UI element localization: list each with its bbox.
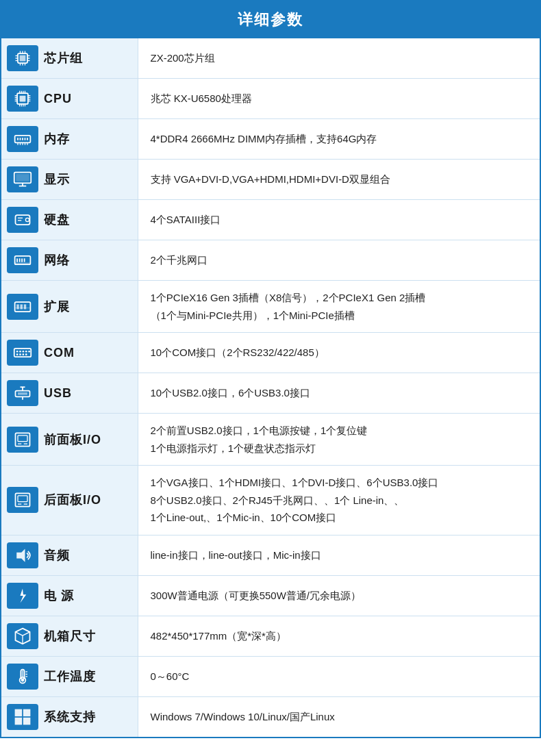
spec-row-temperature: 工作温度0～60°C	[1, 656, 540, 696]
label-cell-network: 网络	[1, 240, 138, 281]
label-cell-display: 显示	[1, 160, 138, 200]
svg-point-64	[19, 351, 21, 353]
label-text-rear-panel: 后面板I/O	[44, 492, 101, 508]
svg-marker-85	[16, 549, 25, 562]
spec-row-power: 电 源300W普通电源（可更换550W普通/冗余电源）	[1, 575, 540, 616]
label-cell-memory: 内存	[1, 119, 138, 160]
spec-row-memory: 内存4*DDR4 2666MHz DIMM内存插槽，支持64G内存	[1, 119, 540, 160]
audio-icon	[7, 542, 38, 568]
spec-row-usb: USB10个USB2.0接口，6个USB3.0接口	[1, 373, 540, 414]
label-cell-front-panel: 前面板I/O	[1, 414, 138, 466]
spec-row-rear-panel: 后面板I/O1个VGA接口、1个HDMI接口、1个DVI-D接口、6个USB3.…	[1, 466, 540, 536]
svg-rect-78	[18, 435, 27, 441]
svg-point-67	[28, 351, 30, 353]
svg-rect-97	[15, 709, 23, 716]
svg-rect-100	[23, 717, 31, 724]
value-cell-power: 300W普通电源（可更换550W普通/冗余电源）	[138, 575, 540, 616]
spec-row-com: COM10个COM接口（2个RS232/422/485）	[1, 333, 540, 373]
label-text-display: 显示	[44, 171, 70, 188]
label-text-power: 电 源	[44, 588, 74, 604]
spec-row-expansion: 扩展1个PCIeX16 Gen 3插槽（X8信号），2个PCIeX1 Gen 2…	[1, 281, 540, 333]
label-cell-power: 电 源	[1, 575, 138, 616]
svg-point-66	[25, 351, 27, 353]
svg-rect-36	[25, 138, 26, 140]
svg-point-68	[16, 353, 18, 355]
svg-point-63	[16, 351, 18, 353]
label-text-network: 网络	[44, 252, 70, 268]
label-text-usb: USB	[44, 386, 72, 401]
cpu-icon	[7, 86, 38, 112]
value-cell-expansion: 1个PCIeX16 Gen 3插槽（X8信号），2个PCIeX1 Gen 2插槽…	[138, 281, 540, 333]
svg-point-93	[21, 679, 24, 681]
expansion-icon	[7, 294, 38, 320]
svg-rect-91	[22, 670, 24, 677]
svg-rect-15	[20, 96, 26, 102]
value-cell-os: Windows 7/Windows 10/Linux/国产Linux	[138, 696, 540, 738]
svg-point-70	[23, 353, 25, 355]
network-icon	[7, 247, 38, 273]
spec-row-display: 显示支持 VGA+DVI-D,VGA+HDMI,HDMI+DVI-D双显组合	[1, 160, 540, 200]
svg-rect-35	[22, 138, 23, 140]
os-icon	[7, 704, 38, 730]
label-cell-com: COM	[1, 333, 138, 373]
label-text-os: 系统支持	[44, 709, 96, 725]
com-icon	[7, 340, 38, 366]
label-text-harddisk: 硬盘	[44, 212, 70, 228]
label-text-front-panel: 前面板I/O	[44, 431, 101, 448]
svg-point-65	[23, 351, 25, 353]
label-text-temperature: 工作温度	[44, 668, 96, 685]
usb-icon	[7, 380, 38, 406]
svg-point-71	[25, 353, 27, 355]
value-cell-front-panel: 2个前置USB2.0接口，1个电源按键，1个复位键1个电源指示灯，1个硬盘状态指…	[138, 414, 540, 466]
svg-rect-56	[15, 263, 31, 265]
label-cell-os: 系统支持	[1, 696, 138, 738]
svg-rect-47	[16, 215, 30, 225]
svg-line-87	[16, 631, 23, 635]
label-text-expansion: 扩展	[44, 299, 70, 315]
label-cell-cpu: CPU	[1, 79, 138, 119]
label-text-com: COM	[44, 346, 75, 360]
value-cell-display: 支持 VGA+DVI-D,VGA+HDMI,HDMI+DVI-D双显组合	[138, 160, 540, 200]
svg-rect-33	[17, 138, 18, 140]
label-cell-usb: USB	[1, 373, 138, 414]
value-cell-com: 10个COM接口（2个RS232/422/485）	[138, 333, 540, 373]
label-cell-chipset: 芯片组	[1, 38, 138, 79]
svg-rect-37	[27, 138, 28, 140]
svg-line-88	[23, 631, 30, 635]
spec-row-chipset: 芯片组ZX-200芯片组	[1, 38, 540, 79]
spec-row-cpu: CPU兆芯 KX-U6580处理器	[1, 79, 540, 119]
label-cell-chassis: 机箱尺寸	[1, 616, 138, 656]
label-text-memory: 内存	[44, 131, 70, 147]
value-cell-network: 2个千兆网口	[138, 240, 540, 281]
display-icon	[7, 166, 38, 192]
svg-rect-62	[14, 349, 32, 357]
title-row: 详细参数	[1, 1, 540, 38]
svg-point-69	[19, 353, 21, 355]
rearpanel-icon	[7, 487, 38, 513]
svg-rect-34	[20, 138, 21, 140]
value-cell-audio: line-in接口，line-out接口，Mic-in接口	[138, 535, 540, 575]
spec-row-front-panel: 前面板I/O2个前置USB2.0接口，1个电源按键，1个复位键1个电源指示灯，1…	[1, 414, 540, 466]
svg-rect-46	[16, 174, 29, 181]
svg-point-48	[25, 218, 29, 221]
memory-icon	[7, 126, 38, 152]
label-cell-temperature: 工作温度	[1, 656, 138, 696]
label-text-chassis: 机箱尺寸	[44, 628, 96, 644]
frontpanel-icon	[7, 427, 38, 453]
value-cell-memory: 4*DDR4 2666MHz DIMM内存插槽，支持64G内存	[138, 119, 540, 160]
svg-rect-98	[23, 709, 31, 716]
svg-rect-1	[20, 55, 26, 62]
svg-rect-60	[24, 304, 27, 309]
value-cell-harddisk: 4个SATAIII接口	[138, 200, 540, 240]
label-text-cpu: CPU	[44, 92, 72, 106]
value-cell-chipset: ZX-200芯片组	[138, 38, 540, 79]
svg-rect-99	[15, 717, 23, 724]
spec-row-harddisk: 硬盘4个SATAIII接口	[1, 200, 540, 240]
label-text-chipset: 芯片组	[44, 50, 83, 66]
label-cell-harddisk: 硬盘	[1, 200, 138, 240]
spec-row-network: 网络2个千兆网口	[1, 240, 540, 281]
spec-row-os: 系统支持Windows 7/Windows 10/Linux/国产Linux	[1, 696, 540, 738]
value-cell-cpu: 兆芯 KX-U6580处理器	[138, 79, 540, 119]
harddisk-icon	[7, 207, 38, 233]
power-icon	[7, 583, 38, 609]
